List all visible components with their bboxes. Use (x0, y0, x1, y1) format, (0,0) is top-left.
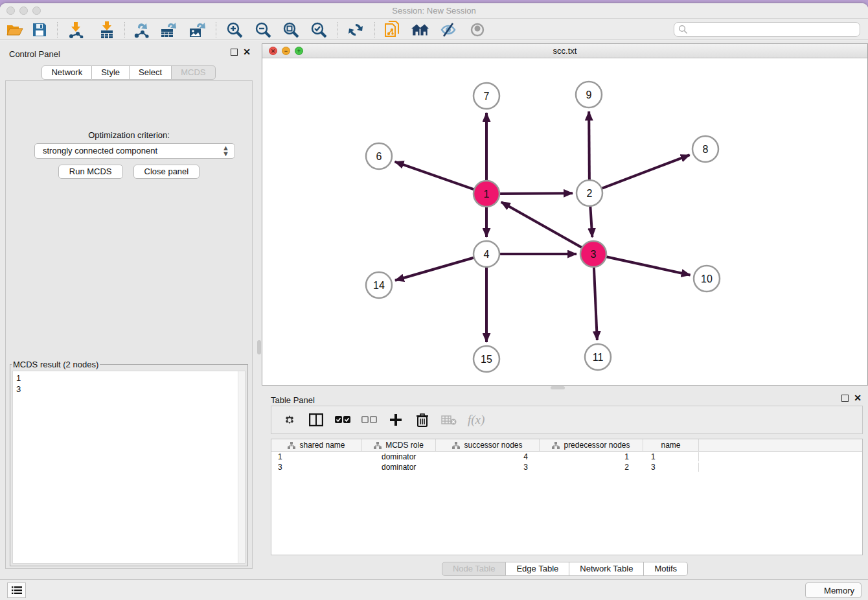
network-canvas[interactable]: 7968124314101511 (262, 58, 867, 385)
mcds-result-list[interactable]: 1 3 (12, 371, 246, 564)
export-network-icon[interactable] (132, 21, 150, 39)
cell-shared-name: 3 (271, 463, 362, 472)
status-bar: Memory (0, 579, 868, 600)
graph-node-label: 10 (701, 273, 713, 284)
dropdown-stepper-icon: ▲▼ (222, 145, 229, 157)
cell-predecessor-nodes: 1 (540, 452, 643, 461)
export-table-icon[interactable] (160, 21, 178, 39)
memory-status-icon (812, 586, 820, 594)
show-all-icon[interactable] (468, 21, 486, 39)
tab-select[interactable]: Select (130, 65, 172, 80)
show-column-panel-icon[interactable] (308, 412, 324, 428)
import-network-icon[interactable] (67, 21, 85, 39)
control-panel-tabs: Network Style Select MCDS (0, 65, 257, 80)
search-text-field[interactable] (688, 25, 860, 34)
graph-edge-4-14[interactable] (395, 257, 475, 281)
network-graph: 7968124314101511 (262, 58, 867, 385)
graph-edge-1-6[interactable] (395, 162, 475, 190)
mcds-tab-panel: Optimization criterion: strongly connect… (5, 80, 253, 569)
tab-node-table[interactable]: Node Table (442, 562, 507, 576)
table-toolbar: f(x) (271, 406, 863, 434)
graph-edge-3-11[interactable] (594, 266, 597, 340)
select-all-icon[interactable] (335, 412, 350, 428)
clone-network-icon[interactable] (383, 21, 401, 39)
export-image-icon[interactable] (188, 21, 207, 39)
run-mcds-button[interactable]: Run MCDS (58, 165, 123, 179)
column-header-name[interactable]: name (643, 439, 699, 451)
import-table-icon[interactable] (98, 21, 116, 39)
window-titlebar: Session: New Session (0, 3, 868, 18)
main-window: Session: New Session (0, 3, 868, 600)
graph-node-label: 15 (481, 354, 492, 365)
graph-edge-3-10[interactable] (605, 257, 691, 275)
table-row[interactable]: 1 dominator 4 1 1 (271, 452, 862, 462)
open-session-icon[interactable] (6, 21, 24, 39)
criterion-dropdown[interactable]: strongly connected component ▲▼ (34, 143, 235, 159)
optimization-criterion-label: Optimization criterion: (6, 130, 252, 140)
zoom-out-icon[interactable] (254, 21, 272, 39)
float-panel-icon[interactable] (231, 49, 238, 56)
hide-selected-icon[interactable] (439, 21, 457, 39)
graph-edge-3-1[interactable] (501, 202, 584, 248)
column-header-shared-name[interactable]: shared name (271, 439, 362, 451)
table-row[interactable]: 3 dominator 3 2 3 (271, 462, 862, 472)
window-title: Session: New Session (0, 6, 868, 16)
hierarchy-icon (452, 442, 460, 449)
show-panels-button[interactable] (7, 583, 26, 598)
graph-edge-2-3[interactable] (590, 205, 592, 237)
column-label: shared name (299, 441, 345, 450)
column-header-successor-nodes[interactable]: successor nodes (436, 439, 540, 451)
cell-predecessor-nodes: 2 (540, 463, 643, 472)
graph-node-label: 9 (586, 89, 592, 100)
column-label: MCDS role (385, 441, 424, 450)
cell-name: 1 (643, 452, 699, 461)
hierarchy-home-icon[interactable] (411, 21, 429, 39)
close-table-panel-icon[interactable]: ✕ (854, 395, 862, 402)
graph-node-label: 8 (703, 144, 709, 155)
vertical-scrollbar-thumb[interactable] (257, 340, 261, 354)
graph-node-label: 7 (484, 91, 490, 102)
graph-node-label: 3 (591, 249, 597, 260)
hierarchy-icon (552, 442, 560, 449)
graph-edge-2-9[interactable] (589, 111, 589, 181)
save-session-icon[interactable] (30, 21, 49, 39)
hierarchy-icon (288, 442, 295, 449)
settings-gear-icon[interactable] (282, 412, 297, 428)
graph-edge-1-2[interactable] (498, 193, 573, 194)
tab-motifs[interactable]: Motifs (644, 562, 688, 576)
memory-button[interactable]: Memory (805, 583, 862, 598)
cell-successor-nodes: 3 (436, 463, 540, 472)
result-line: 3 (16, 384, 242, 395)
apply-layout-icon[interactable] (347, 21, 365, 39)
content-area: Control Panel ✕ Network Style Select MCD… (0, 41, 868, 579)
search-input[interactable] (674, 22, 860, 37)
network-frame-titlebar[interactable]: ✕ − + scc.txt (262, 44, 867, 58)
float-table-panel-icon[interactable] (841, 395, 849, 402)
cell-name: 3 (643, 463, 699, 472)
result-scrollbar[interactable] (238, 371, 245, 563)
tab-edge-table[interactable]: Edge Table (506, 562, 569, 576)
tab-style[interactable]: Style (92, 65, 130, 80)
table-header-row: shared name MCDS role successor nodes (271, 439, 862, 452)
zoom-fit-icon[interactable] (282, 21, 300, 39)
tab-network[interactable]: Network (41, 65, 92, 80)
graph-edge-2-8[interactable] (600, 155, 690, 189)
zoom-selected-icon[interactable] (310, 21, 328, 39)
zoom-in-icon[interactable] (225, 21, 244, 39)
node-table[interactable]: shared name MCDS role successor nodes (271, 439, 863, 555)
column-header-mcds-role[interactable]: MCDS role (362, 439, 436, 451)
delete-column-icon[interactable] (415, 412, 430, 428)
tab-mcds[interactable]: MCDS (172, 65, 215, 80)
graph-node-label: 2 (587, 188, 593, 199)
close-panel-button[interactable]: Close panel (133, 165, 200, 179)
graph-node-label: 1 (484, 189, 490, 200)
tab-network-table[interactable]: Network Table (569, 562, 644, 576)
deselect-all-icon[interactable] (361, 412, 377, 428)
column-header-predecessor-nodes[interactable]: predecessor nodes (540, 439, 643, 451)
table-panel-title: Table Panel (271, 395, 315, 405)
cell-mcds-role: dominator (362, 463, 436, 472)
add-column-icon[interactable] (388, 412, 404, 428)
column-label: name (661, 441, 680, 450)
toolbar-separator (124, 22, 125, 38)
close-panel-icon[interactable]: ✕ (243, 49, 251, 56)
